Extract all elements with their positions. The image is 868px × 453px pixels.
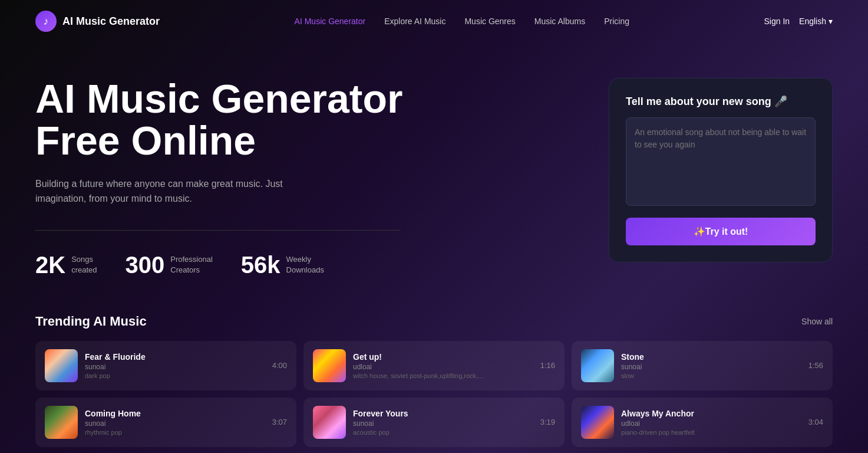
trending-header: Trending AI Music Show all	[35, 314, 833, 329]
music-artist: udloai	[621, 419, 801, 428]
hero-divider	[35, 230, 401, 231]
music-card[interactable]: Stone sunoai slow 1:56	[572, 341, 833, 390]
stat-downloads-label: Weekly Downloads	[286, 254, 324, 275]
music-genre: acoustic pop	[353, 429, 533, 436]
music-name: Get up!	[353, 352, 533, 362]
hero-subtitle: Building a future where anyone can make …	[35, 176, 330, 206]
trending-section: Trending AI Music Show all Fear & Fluori…	[0, 302, 868, 453]
music-genre: dark pop	[85, 372, 265, 379]
music-genre: slow	[621, 372, 801, 379]
nav-explore-ai-music[interactable]: Explore AI Music	[384, 17, 445, 26]
music-artist: sunoai	[621, 363, 801, 371]
music-name: Always My Anchor	[621, 409, 801, 418]
music-info: Always My Anchor udloai piano-driven pop…	[621, 409, 801, 436]
music-duration: 1:16	[540, 361, 555, 370]
music-artist: udloai	[353, 363, 533, 371]
logo-icon: ♪	[35, 11, 57, 32]
music-artist: sunoai	[85, 363, 265, 371]
nav-links: AI Music Generator Explore AI Music Musi…	[295, 16, 629, 27]
music-info: Get up! udloai witch house, soviet post-…	[353, 352, 533, 379]
music-name: Coming Home	[85, 409, 265, 418]
stats-row: 2K Songs created 300 Professional Creato…	[35, 252, 448, 278]
music-duration: 3:07	[272, 418, 287, 426]
nav-music-albums[interactable]: Music Albums	[534, 17, 585, 26]
music-name: Forever Yours	[353, 409, 533, 418]
album-art	[45, 406, 78, 439]
logo-link[interactable]: ♪ AI Music Generator	[35, 11, 160, 32]
song-description-input[interactable]	[626, 117, 816, 206]
hero-section: AI Music Generator Free Online Building …	[0, 42, 868, 302]
music-duration: 3:19	[540, 418, 555, 426]
music-card[interactable]: Get up! udloai witch house, soviet post-…	[303, 341, 565, 390]
navbar: ♪ AI Music Generator AI Music Generator …	[0, 0, 868, 42]
nav-ai-music-generator[interactable]: AI Music Generator	[295, 17, 366, 26]
album-art-image	[581, 349, 614, 382]
hero-right: Tell me about your new song 🎤 ✨Try it ou…	[609, 78, 833, 262]
trending-title: Trending AI Music	[35, 314, 147, 329]
album-art-image	[45, 349, 78, 382]
music-duration: 3:04	[808, 418, 823, 426]
album-art	[581, 349, 614, 382]
music-genre: witch house, soviet post-punk,uplifting,…	[353, 372, 533, 379]
brand-name: AI Music Generator	[62, 15, 160, 28]
album-art-image	[313, 349, 346, 382]
nav-right: Sign In English ▾	[764, 17, 833, 26]
album-art	[313, 349, 346, 382]
stat-downloads: 56k Weekly Downloads	[241, 252, 324, 278]
music-name: Fear & Fluoride	[85, 352, 265, 362]
stat-creators: 300 Professional Creators	[126, 252, 213, 278]
hero-left: AI Music Generator Free Online Building …	[35, 78, 448, 278]
song-generator-card: Tell me about your new song 🎤 ✨Try it ou…	[609, 78, 833, 262]
album-art-image	[45, 406, 78, 439]
song-card-title: Tell me about your new song 🎤	[626, 95, 816, 108]
music-artist: sunoai	[85, 419, 265, 428]
album-art	[581, 406, 614, 439]
stat-songs-label: Songs created	[71, 254, 97, 275]
music-info: Fear & Fluoride sunoai dark pop	[85, 352, 265, 379]
music-info: Stone sunoai slow	[621, 352, 801, 379]
try-it-out-button[interactable]: ✨Try it out!	[626, 218, 816, 245]
sign-in-button[interactable]: Sign In	[764, 17, 790, 26]
nav-pricing[interactable]: Pricing	[604, 17, 629, 26]
music-info: Coming Home sunoai rhythmic pop	[85, 409, 265, 436]
music-card[interactable]: Forever Yours sunoai acoustic pop 3:19	[303, 398, 565, 447]
music-card[interactable]: Coming Home sunoai rhythmic pop 3:07	[35, 398, 296, 447]
album-art	[45, 349, 78, 382]
music-info: Forever Yours sunoai acoustic pop	[353, 409, 533, 436]
music-artist: sunoai	[353, 419, 533, 428]
album-art	[313, 406, 346, 439]
stat-songs: 2K Songs created	[35, 252, 97, 278]
music-card[interactable]: Always My Anchor udloai piano-driven pop…	[572, 398, 833, 447]
album-art-image	[313, 406, 346, 439]
music-grid: Fear & Fluoride sunoai dark pop 4:00 Get…	[35, 341, 833, 447]
music-card[interactable]: Fear & Fluoride sunoai dark pop 4:00	[35, 341, 296, 390]
music-name: Stone	[621, 352, 801, 362]
music-duration: 4:00	[272, 361, 287, 370]
language-selector[interactable]: English ▾	[799, 17, 833, 26]
show-all-button[interactable]: Show all	[801, 317, 833, 326]
music-duration: 1:56	[808, 361, 823, 370]
hero-title: AI Music Generator Free Online	[35, 78, 448, 162]
stat-creators-label: Professional Creators	[170, 254, 213, 275]
nav-music-genres[interactable]: Music Genres	[464, 17, 515, 26]
music-genre: rhythmic pop	[85, 429, 265, 436]
music-genre: piano-driven pop heartfelt	[621, 429, 801, 436]
album-art-image	[581, 406, 614, 439]
